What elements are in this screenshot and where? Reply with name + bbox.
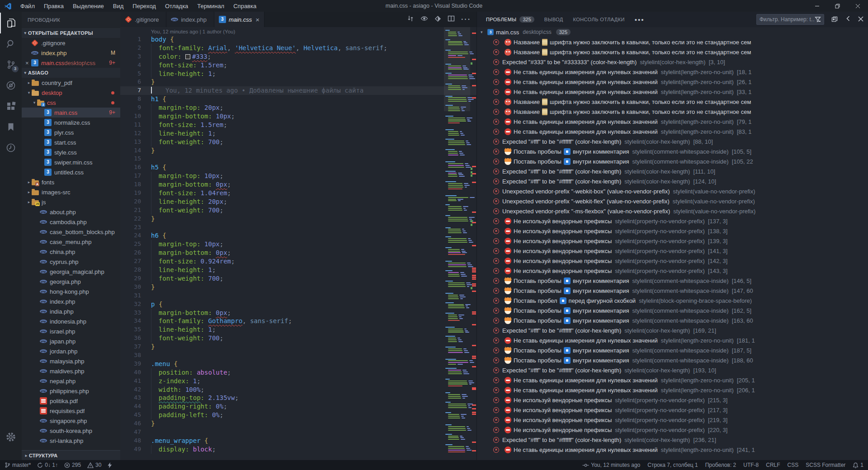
tree-item[interactable]: ▾ desktop — [22, 88, 120, 98]
code-line[interactable]: 32 p { — [120, 300, 476, 309]
tree-item[interactable]: politika.pdf — [22, 396, 120, 406]
code-line[interactable]: 2 font-family: Arial, 'Helvetica Neue', … — [120, 44, 476, 52]
problem-row[interactable]: Не ставь единицы измерения для нулевых з… — [477, 87, 868, 97]
code-line[interactable]: 12 line-height: 1; — [120, 129, 476, 138]
code-line[interactable]: 34 font-family: Gothampro, sans-serif; — [120, 317, 476, 325]
status-item[interactable]: Строка 7, столбец 1 — [647, 462, 698, 468]
code-line[interactable]: 18 margin-bottom: 0px; — [120, 180, 476, 189]
bookmarks-icon[interactable] — [0, 117, 22, 137]
code-line[interactable]: 10 margin-bottom: 10px; — [120, 112, 476, 121]
gitlens-icon[interactable] — [434, 15, 441, 24]
code-line[interactable]: 36 font-weight: 700; — [120, 334, 476, 343]
code-line[interactable]: 44 padding-right: 0%; — [120, 402, 476, 411]
problem-row[interactable]: Unexpected vendor-prefix "-webkit-box" (… — [477, 186, 868, 196]
minimap[interactable] — [444, 27, 470, 460]
status-item[interactable]: Пробелов: 2 — [705, 462, 736, 468]
problem-row[interactable]: Не используй вендорные префиксы stylelin… — [477, 216, 868, 226]
tree-item[interactable]: nepal.php — [22, 376, 120, 386]
panel-more-icon[interactable]: ••• — [635, 16, 645, 24]
settings-gear-icon[interactable] — [0, 427, 22, 447]
tree-item[interactable]: israel.php — [22, 326, 120, 336]
filter-input[interactable] — [760, 16, 815, 23]
code-line[interactable]: 27 font-size: 0.924rem; — [120, 257, 476, 266]
code-line[interactable]: 24 h6 { — [120, 231, 476, 240]
code-line[interactable]: 25 margin-top: 10px; — [120, 240, 476, 249]
code-line[interactable]: 11 font-size: 1.5rem; — [120, 121, 476, 129]
tree-item[interactable]: plyr.css — [22, 127, 120, 137]
code-editor[interactable]: You, 12 minutes ago | 1 author (You) 1 b… — [120, 27, 476, 460]
problem-row[interactable]: Не ставь единицы измерения для нулевых з… — [477, 117, 868, 127]
problem-row[interactable]: Expected "#fff" to be "#ffffff" (color-h… — [477, 166, 868, 176]
status-item[interactable]: 30 — [87, 462, 101, 468]
panel-tab[interactable]: КОНСОЛЬ ОТЛАДКИ — [573, 17, 625, 22]
tree-item[interactable]: maldives.php — [22, 366, 120, 376]
tree-item[interactable]: ▾ css — [22, 98, 120, 108]
tree-item[interactable]: case_menu.php — [22, 237, 120, 247]
code-line[interactable]: 3 color: #333; — [120, 52, 476, 61]
status-item[interactable]: SCSS Formatter — [806, 462, 845, 468]
code-line[interactable]: 8 h1 { — [120, 95, 476, 103]
problem-row[interactable]: Expected "#fff" to be "#ffffff" (color-h… — [477, 136, 868, 146]
problem-row[interactable]: Поставь пробелывнутри комментария stylel… — [477, 146, 868, 156]
code-line[interactable]: 26 margin-bottom: 0px; — [120, 249, 476, 257]
tree-item[interactable]: case_bottom_blocks.php — [22, 227, 120, 237]
menu-item[interactable]: Терминал — [193, 1, 228, 11]
problem-row[interactable]: Названиешрифта нужно заключить в кавычки… — [477, 107, 868, 117]
code-line[interactable]: 30 } — [120, 283, 476, 291]
tree-item[interactable]: singapore.php — [22, 416, 120, 426]
tree-item[interactable]: swiper.min.css — [22, 157, 120, 167]
tree-item[interactable]: georgia_magical.php — [22, 267, 120, 277]
source-control-icon[interactable]: 3 — [0, 54, 22, 75]
minimize-icon[interactable] — [807, 0, 827, 12]
project-header[interactable]: ▾ ASIAGO — [22, 68, 120, 78]
code-line[interactable]: 47 — [120, 428, 476, 437]
code-line[interactable]: 41 z-index: 1; — [120, 377, 476, 385]
tree-item[interactable]: china.php — [22, 247, 120, 257]
open-editors-header[interactable]: ▾ ОТКРЫТЫЕ РЕДАКТОРЫ — [22, 28, 120, 38]
code-line[interactable]: 16 h5 { — [120, 163, 476, 172]
code-line[interactable]: 33 margin-bottom: 0px; — [120, 309, 476, 317]
extensions-icon[interactable] — [0, 96, 22, 117]
split-editor-icon[interactable] — [448, 15, 455, 24]
tree-item[interactable]: ▸ fonts — [22, 177, 120, 187]
editor-tab[interactable]: main.css × — [214, 12, 264, 27]
problem-row[interactable]: Не используй вендорные префиксы stylelin… — [477, 395, 868, 405]
panel-tab[interactable]: ВЫВОД — [544, 17, 563, 22]
outline-section[interactable]: ▸ СТРУКТУРА — [22, 450, 120, 460]
problem-row[interactable]: Поставь пробелывнутри комментария stylel… — [477, 156, 868, 166]
tree-item[interactable]: south-korea.php — [22, 426, 120, 436]
debug-icon[interactable] — [0, 75, 22, 96]
code-line[interactable]: 6 } — [120, 78, 476, 86]
problem-row[interactable]: Не ставь единицы измерения для нулевых з… — [477, 77, 868, 87]
tree-item[interactable]: jordan.php — [22, 346, 120, 356]
status-item[interactable]: CRLF — [766, 462, 780, 468]
code-line[interactable]: 14 } — [120, 146, 476, 155]
tree-item[interactable]: ▸ images-src — [22, 187, 120, 197]
problem-row[interactable]: Поставь пробелывнутри комментария stylel… — [477, 286, 868, 296]
status-item[interactable]: 1 — [853, 462, 863, 468]
more-actions-icon[interactable]: ··· — [461, 15, 471, 24]
problem-row[interactable]: Поставь пробелывнутри комментария stylel… — [477, 355, 868, 365]
code-line[interactable]: 45 padding-left: 0%; — [120, 411, 476, 419]
problem-row[interactable]: Unexpected vendor-prefix "-ms-flexbox" (… — [477, 206, 868, 216]
problem-row[interactable]: Не используй вендорные префиксы stylelin… — [477, 425, 868, 435]
close-panel-icon[interactable] — [858, 15, 863, 24]
status-item[interactable] — [108, 462, 114, 468]
tree-item[interactable]: hong-kong.php — [22, 287, 120, 296]
code-line[interactable]: 39 .menu { — [120, 360, 476, 368]
tree-item[interactable]: indonesia.php — [22, 316, 120, 326]
tree-item[interactable]: india.php — [22, 306, 120, 316]
problem-row[interactable]: Не используй вендорные префиксы stylelin… — [477, 256, 868, 266]
tree-item[interactable]: philippines.php — [22, 386, 120, 396]
code-line[interactable]: 40 position: absolute; — [120, 368, 476, 377]
menu-item[interactable]: Выделение — [69, 1, 108, 11]
tree-item[interactable]: index.php — [22, 296, 120, 306]
menu-item[interactable]: Вид — [109, 1, 128, 11]
status-item[interactable]: 295 — [64, 462, 81, 468]
code-line[interactable]: 19 font-size: 1.04rem; — [120, 189, 476, 197]
chevron-left-icon[interactable] — [845, 15, 851, 24]
code-line[interactable]: 42 width: 100%; — [120, 385, 476, 394]
problem-row[interactable]: Не используй вендорные префиксы stylelin… — [477, 266, 868, 276]
problem-row[interactable]: Expected "#fff" to be "#ffffff" (color-h… — [477, 435, 868, 445]
code-line[interactable]: 21 font-weight: 700; — [120, 206, 476, 215]
